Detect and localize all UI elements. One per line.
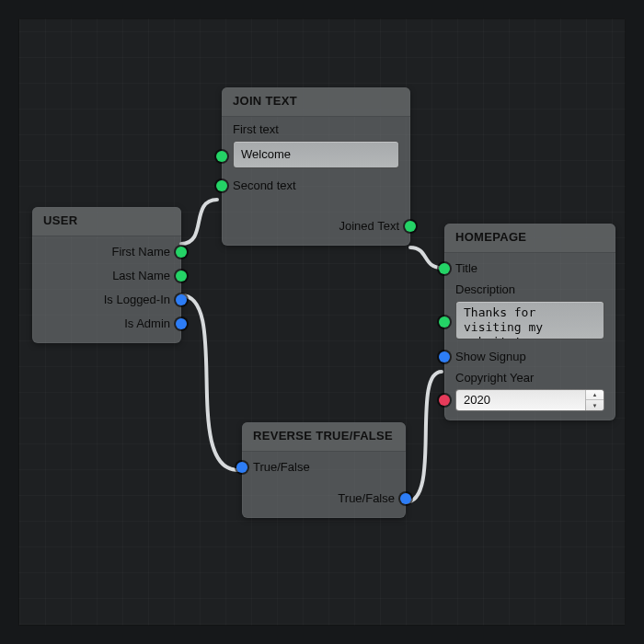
node-title: HOMEPAGE	[444, 224, 615, 253]
node-homepage[interactable]: HOMEPAGE Title Description Thanks for vi…	[444, 224, 615, 420]
description-input[interactable]: Thanks for visiting my website!	[455, 301, 604, 339]
port-in-text[interactable]	[439, 263, 450, 274]
node-title: REVERSE TRUE/FALSE	[242, 422, 406, 452]
port-out-text[interactable]	[405, 221, 416, 232]
port-label: Joined Text	[339, 217, 399, 235]
port-label: Title	[455, 259, 477, 277]
port-in-text[interactable]	[216, 151, 227, 162]
node-title: USER	[32, 207, 181, 236]
port-out-text[interactable]	[176, 247, 187, 258]
output-truefalse[interactable]: True/False	[253, 487, 395, 511]
port-out-text[interactable]	[176, 270, 187, 282]
port-in-bool[interactable]	[439, 351, 450, 362]
input-second-text[interactable]: Second text	[233, 174, 399, 198]
output-first-name[interactable]: First Name	[43, 240, 170, 264]
node-join-text[interactable]: JOIN TEXT First text Second text Joined …	[222, 87, 410, 246]
port-label: Second text	[233, 177, 296, 194]
description-label: Description	[455, 282, 604, 296]
input-truefalse[interactable]: True/False	[253, 455, 395, 479]
input-title[interactable]: Title	[455, 257, 604, 281]
output-last-name[interactable]: Last Name	[43, 264, 170, 288]
port-out-bool[interactable]	[176, 294, 187, 305]
copyright-label: Copyright Year	[455, 371, 604, 385]
node-reverse-bool[interactable]: REVERSE TRUE/FALSE True/False True/False	[242, 422, 406, 518]
node-title: JOIN TEXT	[222, 87, 410, 117]
port-label: True/False	[253, 458, 310, 476]
port-label: Last Name	[112, 267, 170, 284]
node-user[interactable]: USER First Name Last Name Is Logged-In I…	[32, 207, 181, 343]
copyright-value: 2020	[456, 390, 585, 410]
port-in-text[interactable]	[216, 180, 227, 191]
port-in-text[interactable]	[439, 316, 450, 328]
port-label: Is Logged-In	[104, 291, 170, 308]
port-label: Show Signup	[455, 348, 526, 365]
node-graph-canvas[interactable]: USER First Name Last Name Is Logged-In I…	[18, 18, 626, 626]
first-text-label: First text	[233, 122, 399, 136]
stepper-up-icon[interactable]: ▲	[586, 390, 604, 401]
port-label: First Name	[111, 243, 170, 260]
port-in-number[interactable]	[439, 395, 450, 406]
output-is-logged-in[interactable]: Is Logged-In	[43, 288, 170, 312]
port-in-bool[interactable]	[236, 462, 247, 473]
output-joined-text[interactable]: Joined Text	[233, 214, 399, 238]
port-label: Is Admin	[124, 315, 170, 332]
stepper-down-icon[interactable]: ▼	[586, 400, 604, 410]
output-is-admin[interactable]: Is Admin	[43, 312, 170, 336]
port-out-bool[interactable]	[400, 493, 411, 504]
input-show-signup[interactable]: Show Signup	[455, 345, 604, 369]
port-label: True/False	[338, 489, 395, 507]
copyright-stepper[interactable]: 2020 ▲ ▼	[455, 389, 604, 411]
port-out-bool[interactable]	[176, 318, 187, 329]
first-text-input[interactable]	[233, 141, 399, 168]
